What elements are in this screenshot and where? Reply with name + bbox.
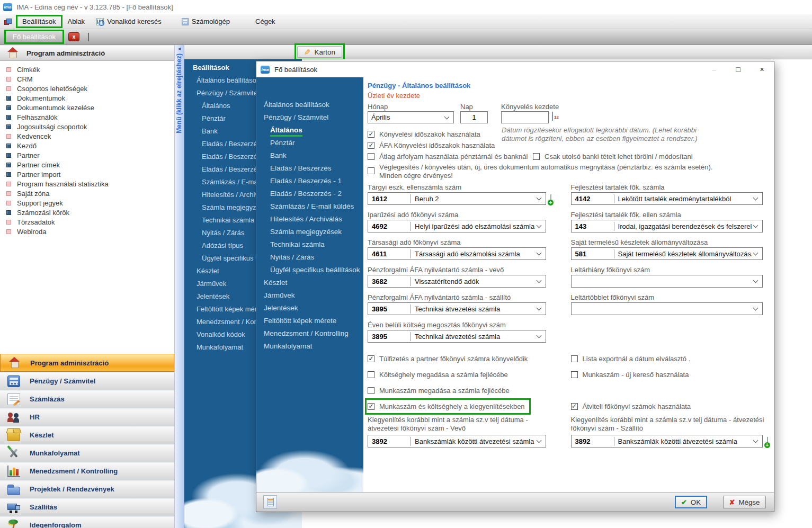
account-code[interactable]: 3892 [572, 437, 614, 445]
account-combo[interactable]: 143 Irodai, igazgatási berendezések és f… [571, 220, 763, 232]
account-combo[interactable] [571, 275, 763, 288]
dialog-nav-item[interactable]: Számlázás / E-mail küldés [256, 200, 363, 213]
close-icon[interactable]: × [750, 61, 774, 77]
chevron-down-icon[interactable] [537, 195, 542, 201]
dialog-nav-item[interactable]: Bank [256, 149, 363, 162]
sidebar-item[interactable]: Kedvencek [0, 131, 174, 141]
dialog-nav-item[interactable]: Készlet [256, 276, 363, 289]
account-code[interactable]: 4692 [368, 222, 411, 230]
nap-input[interactable]: 1 [460, 111, 488, 123]
menu-item-cegek[interactable]: Cégek [250, 16, 281, 27]
calendar-icon[interactable] [552, 112, 553, 121]
accordion-item[interactable]: Menedzsment / Kontrolling [0, 462, 174, 480]
accordion-item[interactable]: Készlet [0, 426, 174, 444]
menu-item-szamologep[interactable]: Számológép [176, 16, 235, 27]
vevo-account-combo[interactable]: 3892 Bankszámlák közötti átvezetési szám… [368, 435, 546, 448]
accordion-item[interactable]: Pénzügy / Számvitel [0, 372, 174, 390]
sidebar-item[interactable]: Partner címek [0, 160, 174, 169]
accordion-item[interactable]: HR [0, 408, 174, 426]
checkbox[interactable]: ✓ [368, 355, 374, 362]
szallito-account-combo[interactable]: 3892 Bankszámlák közötti átvezetési szám… [571, 435, 763, 448]
accordion-item[interactable]: Idegenforgalom [0, 516, 174, 528]
chevron-down-icon[interactable] [537, 223, 542, 228]
account-combo[interactable]: 3895 Technikai átvezetési számla [368, 302, 546, 315]
checkbox[interactable]: ✓ [368, 142, 374, 149]
sidebar-item[interactable]: Felhasználók [0, 112, 174, 122]
menu-collapse-strip[interactable]: ◄ Menü (klikk az elrejtéshez) [175, 45, 184, 528]
sidebar-item[interactable]: Törzsadatok [0, 217, 174, 227]
dialog-nav-item[interactable]: Munkafolyamat [256, 340, 363, 353]
checkbox[interactable]: ✓ [368, 403, 374, 410]
account-combo[interactable]: 4692 Helyi iparűzési adó elszámolási szá… [368, 220, 546, 232]
maximize-icon[interactable]: □ [726, 61, 750, 77]
sidebar-item[interactable]: Jogosultsági csoportok [0, 122, 174, 131]
checkbox[interactable] [368, 167, 374, 174]
chevron-down-icon[interactable] [753, 438, 758, 443]
dialog-nav-item[interactable]: Eladás / Beszerzés [256, 162, 363, 175]
sidebar-item[interactable]: Saját zóna [0, 189, 174, 198]
chevron-down-icon[interactable] [753, 306, 758, 311]
form-settings-button[interactable] [263, 495, 277, 509]
dialog-nav-item[interactable]: Menedzsment / Kontrolling [256, 327, 363, 340]
chevron-down-icon[interactable] [537, 438, 542, 443]
account-code[interactable]: 4611 [368, 250, 411, 258]
karton-button[interactable]: ✎ Karton [297, 46, 342, 58]
tab-fo-beallitasok[interactable]: Fő beállítások [5, 31, 63, 43]
account-code[interactable]: 3895 [368, 333, 411, 341]
dialog-nav-item[interactable]: Eladás / Beszerzés - 2 [256, 187, 363, 200]
account-combo[interactable]: 581 Saját termelésű készletek állományvá… [571, 247, 763, 260]
chevron-down-icon[interactable] [753, 250, 758, 256]
menu-item-ablak[interactable]: Ablak [63, 16, 91, 27]
sidebar-item[interactable]: Support jegyek [0, 198, 174, 208]
checkbox[interactable] [533, 153, 540, 160]
dialog-nav-item[interactable]: Járművek [256, 289, 363, 302]
checkbox[interactable] [368, 387, 374, 394]
checkbox[interactable] [368, 371, 374, 378]
account-code[interactable]: 3682 [368, 278, 411, 285]
sidebar-item[interactable]: Dokumentumok [0, 93, 174, 103]
dialog-nav-item[interactable]: Ügyfél specifikus beállítások [256, 264, 363, 276]
sidebar-item[interactable]: Dokumentumok kezelése [0, 103, 174, 112]
sidebar-item[interactable]: Kezdő [0, 141, 174, 150]
add-account-icon[interactable] [550, 194, 551, 203]
dialog-nav-item[interactable]: Technikai számla [256, 238, 363, 251]
dialog-nav-item[interactable]: Pénztár [256, 137, 363, 149]
account-combo[interactable]: 4142 Lekötött tartalék eredménytartalékb… [571, 192, 763, 205]
accordion-item[interactable]: Számlázás [0, 390, 174, 408]
menu-item-vonalkod-kereses[interactable]: Vonalkód keresés [91, 16, 167, 27]
chevron-down-icon[interactable] [537, 278, 542, 283]
ok-button[interactable]: ✔ OK [675, 496, 707, 508]
accordion-item[interactable]: Szállítás [0, 498, 174, 516]
account-combo[interactable]: 3895 Technikai átvezetési számla [368, 330, 546, 343]
chevron-down-icon[interactable] [537, 250, 542, 256]
checkbox[interactable] [571, 355, 578, 362]
account-code[interactable]: 3892 [368, 437, 411, 445]
chevron-down-icon[interactable] [753, 278, 758, 283]
sidebar-item[interactable]: Webiroda [0, 227, 174, 236]
dialog-nav-item[interactable]: Nyitás / Zárás [256, 251, 363, 264]
menu-item-beallitasok[interactable]: Beállítások [17, 16, 61, 27]
chevron-down-icon[interactable] [753, 195, 758, 201]
checkbox[interactable]: ✓ [368, 131, 374, 138]
sidebar-item[interactable]: Cimkék [0, 65, 174, 74]
account-code[interactable]: 581 [572, 250, 614, 258]
sidebar-item[interactable]: Csoportos lehetőségek [0, 84, 174, 93]
dialog-nav-item[interactable]: Pénzügy / Számvitel [256, 111, 363, 124]
checkbox[interactable]: ✓ [571, 403, 578, 410]
dialog-nav-item[interactable]: Jelentések [256, 302, 363, 315]
tab-close-button[interactable]: x [68, 32, 79, 41]
cancel-button[interactable]: ✘ Mégse [723, 496, 766, 508]
accordion-item[interactable]: Munkafolyamat [0, 444, 174, 462]
app-menu-icon[interactable] [4, 19, 12, 25]
chevron-down-icon[interactable] [537, 306, 542, 311]
accordion-item[interactable]: Program adminisztráció [0, 354, 174, 372]
dialog-nav-item[interactable]: Eladás / Beszerzés - 1 [256, 175, 363, 187]
sidebar-item[interactable]: CRM [0, 74, 174, 84]
account-code[interactable]: 4142 [572, 195, 614, 203]
accordion-item[interactable]: Projektek / Rendezvények [0, 480, 174, 498]
account-code[interactable]: 143 [572, 222, 614, 230]
account-combo[interactable]: 1612 Beruh 2 [368, 192, 546, 205]
chevron-down-icon[interactable] [753, 223, 758, 228]
dialog-nav-item[interactable]: Számla megjegyzések [256, 226, 363, 238]
honap-select[interactable]: Április [368, 111, 454, 123]
